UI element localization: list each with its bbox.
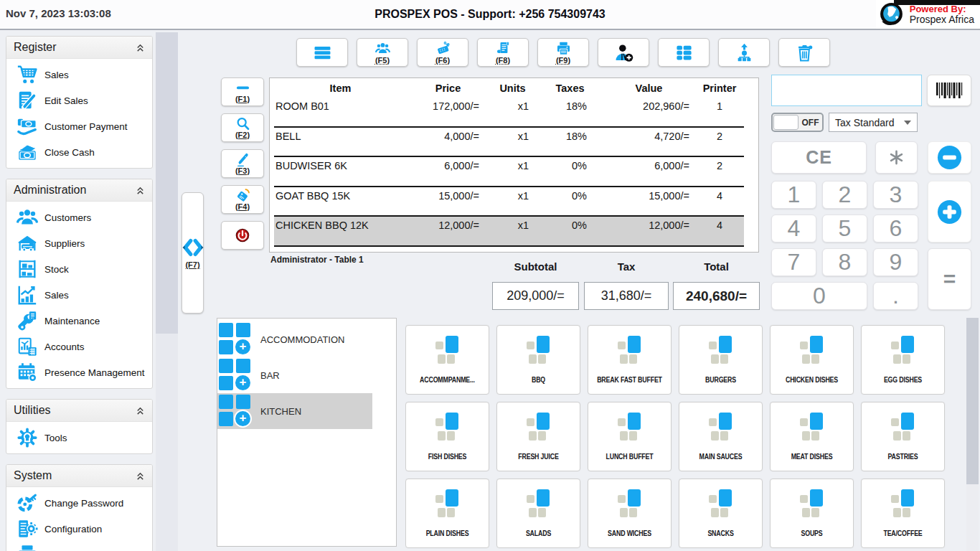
toolbar-button-trash[interactable] xyxy=(778,38,830,67)
product-tile-accommpanme[interactable]: ACCOMMPANME... xyxy=(405,325,489,395)
digit-key-4[interactable]: 4 xyxy=(771,215,816,242)
sidebar-item-accounts[interactable]: Accounts xyxy=(6,334,152,359)
sidebar-item-presence-management[interactable]: Presence Management xyxy=(6,359,152,385)
product-tile-pastries[interactable]: PASTRIES xyxy=(861,402,945,471)
product-tile-meat-dishes[interactable]: MEAT DISHES xyxy=(770,402,854,471)
product-tile-main-sauces[interactable]: MAIN SAUCES xyxy=(679,402,763,471)
section-header[interactable]: Register xyxy=(6,37,152,59)
fn-button-tag[interactable]: (F4) xyxy=(221,185,264,214)
toolbar-button-rows[interactable] xyxy=(296,38,348,67)
product-tile-sand-wiches[interactable]: SAND WICHES xyxy=(588,479,672,548)
sidebar-item-printers[interactable]: Printers xyxy=(6,542,152,551)
receipt-row[interactable]: BELL 4,000/= x1 18% 4,720/= 2 xyxy=(274,128,744,158)
cell-printer: 2 xyxy=(694,131,745,142)
sidebar-item-change-password[interactable]: Change Password xyxy=(6,490,152,516)
digit-key-1[interactable]: 1 xyxy=(771,181,816,209)
cell-taxes: 0% xyxy=(536,220,604,231)
toolbar-button-voucher[interactable]: (F6) xyxy=(417,38,468,67)
toolbar-button-blocks[interactable] xyxy=(658,38,710,67)
product-tile-chicken-dishes[interactable]: CHICKEN DISHES xyxy=(770,325,854,395)
toolbar-button-distribute[interactable] xyxy=(718,38,770,67)
barcode-button[interactable] xyxy=(927,75,971,106)
product-grid-icon xyxy=(891,412,915,442)
digit-key-5[interactable]: 5 xyxy=(822,215,867,242)
chevron-double-up-icon[interactable] xyxy=(136,406,145,415)
product-tile-fish-dishes[interactable]: FISH DISHES xyxy=(405,402,489,471)
category-row-accommodation[interactable]: ACCOMMODATION xyxy=(217,321,372,357)
sidebar-item-configuration[interactable]: Configuration xyxy=(6,516,152,542)
f7-button[interactable]: (F7) xyxy=(182,192,204,314)
digit-key-7[interactable]: 7 xyxy=(771,248,816,276)
minus-key[interactable] xyxy=(928,141,971,174)
section-header[interactable]: System xyxy=(6,465,152,487)
digit-key-8[interactable]: 8 xyxy=(822,248,867,276)
tax-mode-select[interactable]: Tax Standard xyxy=(829,113,918,132)
digit-key-3[interactable]: 3 xyxy=(873,181,918,209)
sidebar-item-sales[interactable]: Sales xyxy=(6,62,152,88)
product-label: MEAT DISHES xyxy=(773,452,851,461)
category-row-kitchen[interactable]: KITCHEN xyxy=(217,393,372,429)
subtotal-group: Subtotal 209,000/= xyxy=(492,260,579,310)
product-scrollbar[interactable] xyxy=(966,318,979,551)
product-tile-snacks[interactable]: SNACKS xyxy=(679,479,763,548)
fn-button-power[interactable] xyxy=(221,221,264,250)
receipt-row[interactable]: ROOM B01 172,000/= x1 18% 202,960/= 1 xyxy=(274,98,744,128)
section-header[interactable]: Utilities xyxy=(6,400,152,422)
product-scrollbar-thumb[interactable] xyxy=(966,318,979,484)
sidebar-item-customers[interactable]: Customers xyxy=(6,204,152,230)
product-tile-tea-coffee[interactable]: TEA/COFFEE xyxy=(861,479,945,548)
sidebar-item-customer-payment[interactable]: Customer Payment xyxy=(6,113,152,139)
toolbar-button-receipt[interactable]: (F8) xyxy=(477,38,529,67)
sidebar-item-stock[interactable]: Stock xyxy=(6,256,152,282)
product-tile-plain-dishes[interactable]: PLAIN DISHES xyxy=(405,479,489,548)
toolbar-button-group[interactable]: (F5) xyxy=(357,38,408,67)
product-tile-salads[interactable]: SALADS xyxy=(496,479,580,548)
section-header[interactable]: Administration xyxy=(6,179,152,202)
chevron-double-up-icon[interactable] xyxy=(136,471,145,481)
product-tile-break-fast-buffet[interactable]: BREAK FAST BUFFET xyxy=(588,325,672,395)
chevron-double-up-icon[interactable] xyxy=(136,43,145,52)
plus-key[interactable] xyxy=(928,181,971,242)
sidebar-scrollbar-thumb[interactable] xyxy=(156,32,178,334)
cell-price: 4,000/= xyxy=(407,131,489,142)
digit-key-0[interactable]: 0 xyxy=(771,282,867,310)
product-tile-soups[interactable]: SOUPS xyxy=(770,479,854,548)
fn-button-pencil[interactable]: (F3) xyxy=(221,149,264,178)
suppliers-icon xyxy=(17,232,38,254)
category-row-bar[interactable]: BAR xyxy=(217,357,372,393)
decimal-key[interactable]: . xyxy=(873,282,918,310)
receipt-row[interactable]: BUDWISER 6K 6,000/= x1 0% 6,000/= 2 xyxy=(274,157,744,187)
product-tile-fresh-juice[interactable]: FRESH JUICE xyxy=(496,402,580,471)
sidebar-item-close-cash[interactable]: Close Cash xyxy=(6,139,152,165)
fn-button-dash[interactable]: (F1) xyxy=(221,77,264,106)
sidebar-item-suppliers[interactable]: Suppliers xyxy=(6,230,152,256)
tax-toggle[interactable]: OFF xyxy=(771,113,824,132)
receipt-row[interactable]: GOAT BBQ 15K 15,000/= x1 0% 15,000/= 4 xyxy=(274,187,744,217)
sidebar-scrollbar[interactable] xyxy=(156,32,178,551)
product-grid-icon xyxy=(709,412,733,442)
category-label: KITCHEN xyxy=(260,406,301,417)
multiply-key[interactable] xyxy=(875,141,918,174)
scan-input[interactable] xyxy=(771,75,922,106)
sidebar-item-maintenance[interactable]: Maintenance xyxy=(6,308,152,334)
product-label: FISH DISHES xyxy=(409,452,486,461)
product-tile-bbq[interactable]: BBQ xyxy=(496,325,580,395)
fn-button-search[interactable]: (F2) xyxy=(221,113,264,142)
sidebar-item-edit-sales[interactable]: Edit Sales xyxy=(6,88,152,113)
sidebar-item-tools[interactable]: Tools xyxy=(6,425,152,451)
distribute-icon xyxy=(735,43,754,62)
equals-key[interactable]: = xyxy=(928,248,971,310)
product-tile-egg-dishes[interactable]: EGG DISHES xyxy=(861,325,945,395)
sidebar-item-sales[interactable]: Sales xyxy=(6,282,152,308)
receipt-row[interactable]: CHICKEN BBQ 12K 12,000/= x1 0% 12,000/= … xyxy=(274,217,744,247)
chevron-double-up-icon[interactable] xyxy=(136,186,145,195)
clear-entry-key[interactable]: CE xyxy=(771,141,867,174)
product-tile-burgers[interactable]: BURGERS xyxy=(679,325,763,395)
digit-key-6[interactable]: 6 xyxy=(873,215,918,242)
cell-item: CHICKEN BBQ 12K xyxy=(274,220,407,231)
toolbar-button-printer-small[interactable]: (F9) xyxy=(537,38,589,67)
digit-key-2[interactable]: 2 xyxy=(822,181,867,209)
digit-key-9[interactable]: 9 xyxy=(873,248,918,276)
product-tile-lunch-buffet[interactable]: LUNCH BUFFET xyxy=(588,402,672,471)
toolbar-button-add-customer[interactable] xyxy=(598,38,649,67)
